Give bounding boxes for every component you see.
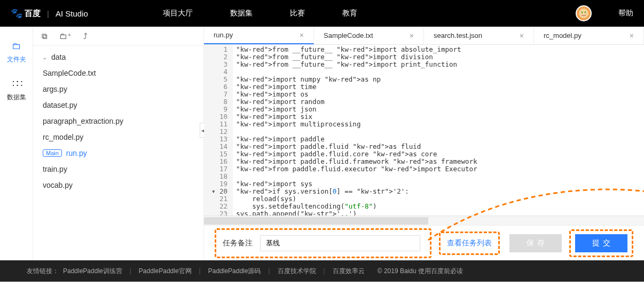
save-button[interactable]: 保存 <box>509 234 562 252</box>
footer-link-5[interactable]: 百度效率云 <box>333 267 365 276</box>
task-note-input[interactable] <box>260 235 420 251</box>
svg-point-1 <box>582 12 583 13</box>
file-dataset[interactable]: dataset.py <box>33 97 203 113</box>
line-gutter: 12345678910111213141516171819▾ 202122232… <box>204 45 233 216</box>
task-note-highlight: 任务备注 <box>215 228 431 258</box>
file-explorer: ⧉ 🗀⁺ ⤴ data SampleCode.txt args.py datas… <box>33 27 204 260</box>
svg-point-0 <box>579 9 588 18</box>
brand-baidu: 百度 <box>25 9 41 19</box>
file-samplecode[interactable]: SampleCode.txt <box>33 65 203 81</box>
rail-files[interactable]: 🗀 文件夹 <box>0 36 33 68</box>
footer-link-2[interactable]: PaddlePaddle官网 <box>139 267 192 276</box>
nav-education[interactable]: 教育 <box>342 9 357 18</box>
folder-data[interactable]: data <box>33 49 203 65</box>
close-icon[interactable]: × <box>300 31 304 39</box>
paw-icon: 🐾 <box>11 7 22 19</box>
rail-datasets[interactable]: ∷∷ 数据集 <box>0 74 33 106</box>
tab-searchtest[interactable]: search.test.json× <box>424 27 534 44</box>
footer-copyright: © 2019 Baidu 使用百度前必读 <box>378 267 463 276</box>
file-args[interactable]: args.py <box>33 81 203 97</box>
new-folder-icon[interactable]: 🗀⁺ <box>59 31 72 41</box>
logo[interactable]: 🐾百度 | AI Studio <box>11 7 88 19</box>
footer-friendly: 友情链接： <box>27 267 59 276</box>
nav-projects[interactable]: 项目大厅 <box>163 9 193 18</box>
file-paragraph[interactable]: paragraph_extraction.py <box>33 113 203 129</box>
submit-button[interactable]: 提交 <box>575 234 627 252</box>
nav-competition[interactable]: 比赛 <box>290 9 305 18</box>
task-note-label: 任务备注 <box>223 238 253 248</box>
upload-icon[interactable]: ⤴ <box>83 31 88 41</box>
action-bar: 任务备注 查看任务列表 保存 提交 <box>204 225 644 260</box>
top-nav: 🐾百度 | AI Studio 项目大厅 数据集 比赛 教育 帮助 <box>0 0 644 27</box>
tab-rcmodel[interactable]: rc_model.py× <box>534 27 644 44</box>
footer-link-1[interactable]: PaddlePaddle训练营 <box>63 267 122 276</box>
main-tag: Main <box>43 149 62 157</box>
folder-icon: 🗀 <box>12 41 21 52</box>
rail-datasets-label: 数据集 <box>7 93 26 102</box>
brand-studio: AI Studio <box>56 9 88 18</box>
monkey-avatar-icon <box>578 8 589 19</box>
editor-area: ◀ run.py× SampleCode.txt× search.test.js… <box>204 27 644 260</box>
svg-point-2 <box>585 12 586 13</box>
nav-datasets[interactable]: 数据集 <box>230 9 253 18</box>
file-vocab[interactable]: vocab.py <box>33 177 203 193</box>
avatar[interactable] <box>576 5 592 21</box>
code-content[interactable]: "kw-red">from __future__ "kw-red">import… <box>233 45 644 216</box>
submit-highlight: 提交 <box>569 229 633 257</box>
tab-run[interactable]: run.py× <box>204 27 314 44</box>
editor-tabs: run.py× SampleCode.txt× search.test.json… <box>204 27 644 45</box>
file-rcmodel[interactable]: rc_model.py <box>33 129 203 145</box>
footer-link-4[interactable]: 百度技术学院 <box>278 267 316 276</box>
rail-files-label: 文件夹 <box>7 55 26 64</box>
close-icon[interactable]: × <box>520 31 524 40</box>
file-train[interactable]: train.py <box>33 161 203 177</box>
footer-link-3[interactable]: PaddlePaddle源码 <box>208 267 261 276</box>
editor-hscrollbar[interactable] <box>204 216 644 225</box>
view-tasks-link[interactable]: 查看任务列表 <box>447 238 492 247</box>
left-rail: 🗀 文件夹 ∷∷ 数据集 <box>0 27 33 260</box>
new-file-icon[interactable]: ⧉ <box>42 31 48 41</box>
view-tasks-highlight: 查看任务列表 <box>439 232 500 255</box>
nav-help[interactable]: 帮助 <box>618 9 633 18</box>
file-run[interactable]: Main run.py <box>33 145 203 161</box>
tab-samplecode[interactable]: SampleCode.txt× <box>314 27 424 44</box>
dataset-icon: ∷∷ <box>12 78 21 90</box>
close-icon[interactable]: × <box>630 31 634 40</box>
footer: 友情链接： PaddlePaddle训练营| PaddlePaddle官网| P… <box>0 260 644 282</box>
logo-divider: | <box>47 9 49 18</box>
close-icon[interactable]: × <box>410 31 414 40</box>
